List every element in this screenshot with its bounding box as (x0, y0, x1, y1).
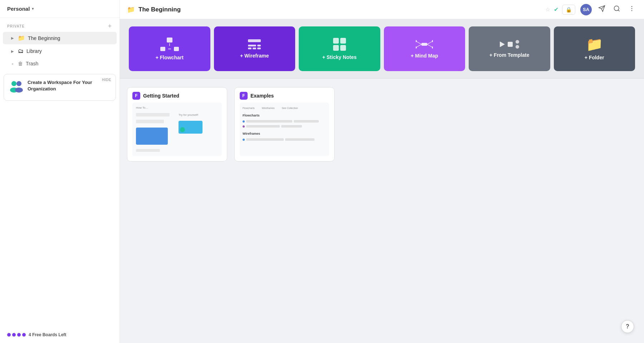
free-dot-1 (7, 333, 11, 337)
library-icon: 🗂 (18, 48, 24, 54)
mindmap-label: + Mind Map (411, 53, 438, 59)
svg-point-3 (15, 88, 23, 93)
sidebar-footer: 4 Free Boards Left (0, 327, 119, 343)
svg-point-8 (631, 6, 633, 7)
boards-section: F Getting Started How To... (120, 79, 644, 170)
create-folder-card[interactable]: 📁 + Folder (554, 26, 635, 71)
star-icon[interactable]: ☆ (545, 6, 550, 13)
flowchart-label: + Flowchart (156, 55, 184, 60)
board-preview-getting-started: How To... Try for yourself! (132, 103, 222, 156)
workspace-selector[interactable]: Personal ▾ (0, 0, 119, 18)
add-private-item-button[interactable]: + (107, 23, 112, 29)
svg-point-6 (614, 6, 619, 11)
board-icon: F (240, 92, 248, 100)
more-options-button[interactable] (627, 4, 637, 15)
send-button[interactable] (597, 4, 607, 15)
topbar-actions: 🔒 SA (562, 4, 637, 15)
private-section-label: PRIVATE + (0, 18, 119, 31)
hide-banner-button[interactable]: HIDE (102, 78, 111, 82)
svg-point-10 (631, 10, 633, 11)
page-title: The Beginning (138, 6, 542, 13)
free-dot-2 (12, 333, 16, 337)
svg-line-7 (618, 10, 620, 11)
lock-button[interactable]: 🔒 (562, 5, 575, 15)
boards-grid: F Getting Started How To... (127, 87, 637, 161)
expand-arrow-icon: ▶ (10, 49, 15, 53)
free-dot-3 (17, 333, 21, 337)
flowchart-icon (160, 38, 179, 51)
svg-rect-11 (421, 43, 427, 46)
svg-point-1 (16, 81, 21, 86)
create-cards-row: + Flowchart + Wireframe (120, 19, 644, 79)
template-label: + From Template (489, 52, 529, 58)
board-title: Getting Started (143, 93, 179, 99)
people-icon (9, 80, 23, 95)
board-title: Examples (250, 93, 274, 99)
wireframe-icon (248, 39, 261, 49)
trash-icon: 🗑 (18, 61, 23, 66)
free-boards-label: 4 Free Boards Left (29, 332, 66, 337)
create-mindmap-card[interactable]: + Mind Map (384, 26, 465, 71)
content-area: + Flowchart + Wireframe (120, 19, 644, 343)
board-card-getting-started[interactable]: F Getting Started How To... (127, 87, 227, 161)
check-icon: ✔ (554, 6, 558, 13)
create-flowchart-card[interactable]: + Flowchart (129, 26, 210, 71)
folder-label: + Folder (585, 55, 604, 60)
template-icon (500, 40, 519, 49)
svg-point-9 (631, 8, 633, 9)
folder-large-icon: 📁 (586, 38, 603, 51)
workspace-label: Personal (7, 6, 30, 12)
board-card-header: F Examples (235, 88, 334, 103)
sidebar-item-trash[interactable]: ● 🗑 Trash (3, 58, 117, 69)
board-card-header: F Getting Started (127, 88, 227, 103)
sidebar-item-the-beginning[interactable]: ▶ 📁 The Beginning (3, 32, 117, 44)
expand-arrow-icon: ● (10, 62, 15, 66)
topbar-folder-icon: 📁 (127, 6, 135, 14)
sidebar-item-library[interactable]: ▶ 🗂 Library (3, 45, 117, 57)
expand-arrow-icon: ▶ (10, 36, 15, 40)
free-dots (7, 333, 26, 337)
mindmap-icon (416, 39, 433, 49)
wireframe-label: + Wireframe (240, 53, 269, 59)
create-template-card[interactable]: + From Template (469, 26, 550, 71)
workspace-banner: HIDE Create a Workspace For Your Organiz… (4, 74, 116, 101)
search-button[interactable] (612, 4, 622, 15)
board-preview-examples: Flowcharts Wireframes See Collection Flo… (240, 103, 329, 156)
board-card-examples[interactable]: F Examples Flowcharts Wireframes See Col… (234, 87, 335, 161)
main-content: 📁 The Beginning ☆ ✔ 🔒 SA (120, 0, 644, 343)
sticky-icon (333, 38, 346, 51)
avatar[interactable]: SA (580, 4, 592, 15)
sticky-label: + Sticky Notes (322, 54, 357, 60)
workspace-chevron-icon: ▾ (32, 6, 34, 11)
sidebar: Personal ▾ PRIVATE + ▶ 📁 The Beginning ▶… (0, 0, 120, 343)
topbar: 📁 The Beginning ☆ ✔ 🔒 SA (120, 0, 644, 19)
board-icon: F (132, 92, 140, 100)
free-dot-4 (22, 333, 26, 337)
create-sticky-card[interactable]: + Sticky Notes (299, 26, 380, 71)
help-button[interactable]: ? (621, 320, 634, 333)
svg-point-0 (11, 81, 16, 86)
create-wireframe-card[interactable]: + Wireframe (214, 26, 296, 71)
folder-icon: 📁 (18, 35, 25, 41)
workspace-banner-text: Create a Workspace For Your Organization (28, 79, 111, 92)
